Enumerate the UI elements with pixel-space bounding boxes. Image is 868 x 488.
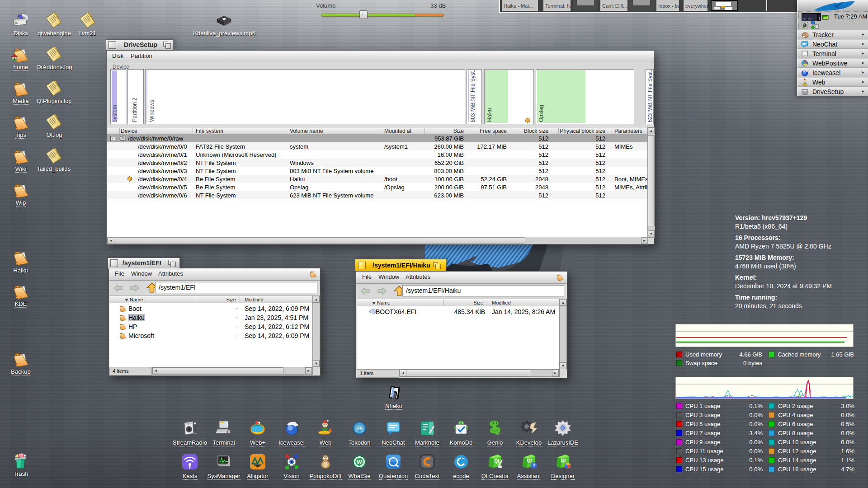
svg-text:Qt: Qt	[527, 458, 532, 463]
svg-text:Qt: Qt	[561, 458, 566, 463]
svg-text:W: W	[357, 459, 362, 465]
svg-text:?: ?	[533, 463, 536, 468]
svg-text:Qt: Qt	[494, 459, 500, 464]
